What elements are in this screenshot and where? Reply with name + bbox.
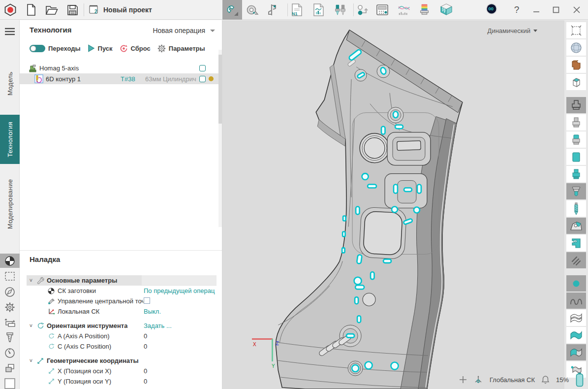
param-value-link[interactable]: Задать ...	[144, 322, 217, 329]
workpiece-setup-icon[interactable]	[0, 254, 20, 268]
measure-tape-icon[interactable]	[246, 4, 259, 17]
chevron-expanded-icon[interactable]: ˅	[30, 358, 34, 363]
zoom-level[interactable]: 15%	[556, 376, 569, 384]
chevron-expanded-icon[interactable]: ˅	[30, 278, 34, 283]
holder-teal-button[interactable]	[566, 166, 586, 182]
transform-stock-icon[interactable]	[0, 315, 20, 329]
tool-set-icon[interactable]	[334, 3, 346, 16]
transitions-toggle[interactable]: Переходы	[30, 45, 81, 52]
shaded-sphere-button[interactable]	[566, 39, 586, 56]
tab-simulation[interactable]: Моделирование	[0, 172, 20, 236]
gauge-icon[interactable]	[0, 346, 20, 360]
tool-cone-button[interactable]	[566, 183, 586, 199]
coordinate-system-label[interactable]: Глобальная СК	[490, 376, 535, 384]
machine-operation-button[interactable]	[566, 235, 586, 251]
param-value[interactable]: 0	[144, 332, 217, 340]
main-menu-icon[interactable]	[0, 24, 20, 38]
additive-print-icon[interactable]	[418, 3, 431, 16]
param-row-axis-c[interactable]: C (Axis C Position) 0	[27, 341, 217, 352]
progress-battery-icon[interactable]	[575, 372, 584, 387]
surface-wireframe-button[interactable]	[566, 310, 586, 326]
app-logo-icon[interactable]	[4, 3, 17, 16]
surface-shaded-button[interactable]	[566, 327, 586, 343]
holder-collet-button[interactable]	[566, 131, 586, 148]
new-operation-dropdown[interactable]: Новая операция	[153, 27, 215, 34]
param-row-local-cs[interactable]: Локальная СК Выкл.	[27, 306, 217, 317]
panel-divider[interactable]	[20, 250, 222, 251]
panel-scrollbar[interactable]	[218, 50, 222, 227]
drill-tool-icon[interactable]	[0, 330, 20, 345]
cylinder-stock-button[interactable]	[566, 149, 586, 165]
spline-curve-button[interactable]	[566, 292, 586, 309]
operation-link-icon[interactable]	[356, 4, 369, 17]
param-group-label: Ориентация инструмента	[47, 322, 127, 329]
param-row-stock-cs[interactable]: СК заготовки По предыдущей операц	[27, 286, 217, 296]
open-project-icon[interactable]	[45, 3, 58, 16]
gear-icon[interactable]	[0, 300, 20, 314]
compass-icon[interactable]	[0, 285, 20, 299]
nc-program-icon[interactable]: N1	[290, 3, 303, 16]
add-cs-icon[interactable]	[459, 376, 467, 384]
pocket-operation-button[interactable]	[566, 218, 586, 234]
caliper-icon[interactable]	[266, 3, 279, 16]
close-button[interactable]	[570, 4, 584, 16]
layers-icon[interactable]	[0, 361, 20, 375]
tree-row-operation[interactable]: 6D контур 1 T#38 63мм Цилиндрич	[20, 73, 218, 84]
run-button[interactable]: Пуск	[88, 44, 113, 52]
param-value[interactable]: 0	[144, 343, 217, 350]
param-row-tool-center[interactable]: Управление центральной точк	[27, 296, 217, 306]
param-value[interactable]: 0	[144, 378, 217, 385]
calculator-icon[interactable]	[376, 3, 389, 16]
scrollbar-thumb[interactable]	[218, 55, 222, 124]
statistics-curves-icon[interactable]	[398, 3, 410, 16]
new-operation-label: Новая операция	[153, 27, 205, 34]
drill-bit-button[interactable]	[566, 200, 586, 217]
param-group-coords[interactable]: ˅ Геометрические координаты	[27, 356, 217, 366]
param-value-link[interactable]: По предыдущей операц	[144, 287, 217, 294]
save-project-icon[interactable]	[66, 3, 79, 16]
project-tab[interactable]: 2 Новый проект	[89, 0, 152, 20]
viewport-3d[interactable]: Динамический X Z Y	[222, 20, 564, 389]
machine-checkbox[interactable]	[199, 65, 206, 71]
help-button[interactable]: ?	[510, 4, 524, 16]
hatch-surface-button[interactable]	[566, 252, 586, 268]
report-document-icon[interactable]	[312, 3, 325, 16]
axis-y-icon	[47, 378, 55, 386]
selection-box-icon[interactable]	[0, 269, 20, 283]
operation-checkbox[interactable]	[199, 76, 206, 82]
param-value[interactable]: 0	[144, 367, 217, 375]
reset-button[interactable]: Сброс	[120, 44, 151, 53]
holder-gray-button[interactable]	[566, 114, 586, 130]
new-document-icon[interactable]	[25, 3, 37, 16]
tab-technology[interactable]: Технология	[0, 115, 20, 164]
tool-number: T#38	[121, 75, 135, 83]
point-button[interactable]	[566, 275, 586, 292]
param-checkbox[interactable]	[144, 297, 150, 304]
wireframe-cube-button[interactable]	[566, 74, 586, 90]
coordinate-system-icon[interactable]	[473, 375, 483, 384]
param-row-axis-a[interactable]: A (Axis A Position) 0	[27, 331, 217, 341]
param-value-link[interactable]: Выкл.	[144, 308, 217, 315]
blank-square-icon[interactable]	[0, 376, 20, 389]
magnet-snap-button[interactable]	[222, 0, 242, 20]
minimize-button[interactable]	[529, 4, 543, 16]
parameters-button[interactable]: Параметры	[157, 44, 205, 53]
param-row-axis-y[interactable]: Y (Позиция оси Y) 0	[27, 376, 217, 387]
notifications-bell-icon[interactable]	[541, 375, 550, 384]
tree-row-machine[interactable]: Homag 5-axis	[20, 63, 218, 73]
param-row-axis-x[interactable]: X (Позиция оси X) 0	[27, 366, 217, 376]
tab-model[interactable]: Модель	[0, 64, 20, 104]
param-group-main[interactable]: ˅ Основные параметры	[27, 275, 217, 286]
param-label: Y (Позиция оси Y)	[58, 378, 111, 385]
surface-half-button[interactable]	[566, 344, 586, 360]
fit-view-button[interactable]	[566, 22, 586, 38]
maximize-button[interactable]	[549, 4, 563, 16]
solid-part-button[interactable]	[566, 57, 586, 73]
geometry-coords-icon	[36, 357, 44, 365]
view-mode-dropdown[interactable]: Динамический	[488, 27, 537, 34]
holder-outline-button[interactable]	[566, 97, 586, 113]
ai-assistant-icon[interactable]: 00	[485, 2, 498, 15]
chevron-expanded-icon[interactable]: ˅	[30, 323, 34, 328]
simulation-cube-icon[interactable]	[440, 3, 453, 16]
param-group-orientation[interactable]: ˅ Ориентация инструмента Задать ...	[27, 321, 217, 331]
